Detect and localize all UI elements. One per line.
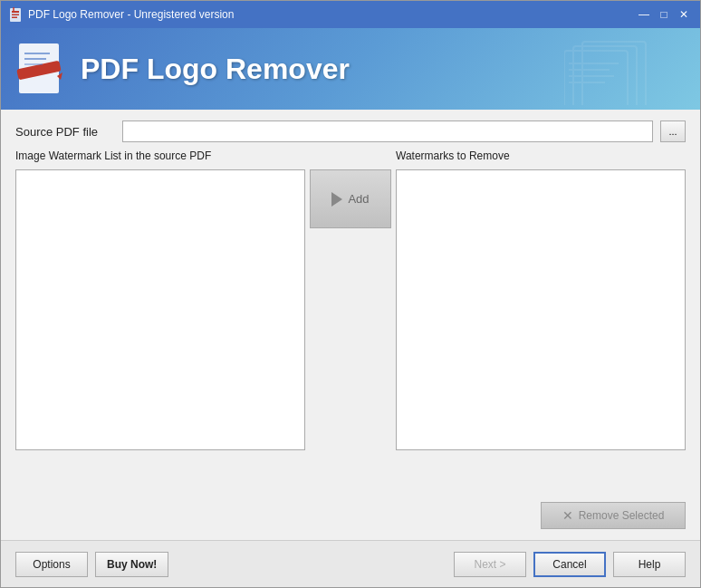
remove-selected-button[interactable]: ✕ Remove Selected [541,502,686,529]
close-button[interactable]: ✕ [675,5,693,24]
svg-rect-1 [12,11,19,13]
remove-list-box[interactable] [396,169,686,450]
remove-list-label: Watermarks to Remove [396,149,686,162]
source-file-input[interactable] [122,120,653,142]
main-window: PDF Logo Remover - Unregistered version … [0,0,701,588]
header-banner: PDF Logo Remover [1,28,700,110]
x-icon: ✕ [562,508,573,523]
footer-right-buttons: Next > Cancel Help [454,552,686,577]
footer-left-buttons: Options Buy Now! [15,552,168,577]
source-file-row: Source PDF file ... [15,120,686,142]
svg-rect-10 [24,63,43,65]
svg-rect-8 [24,53,50,54]
svg-rect-3 [12,17,17,19]
svg-rect-14 [569,63,619,64]
remove-selected-area: ✕ Remove Selected [15,502,686,529]
lists-area: Image Watermark List in the source PDF A… [15,149,686,489]
add-button-label: Add [348,192,369,206]
header-logo-area: PDF Logo Remover [15,40,350,99]
title-bar-left: PDF Logo Remover - Unregistered version [8,7,234,22]
minimize-button[interactable]: — [635,5,653,24]
watermark-list-section: Image Watermark List in the source PDF [15,149,305,450]
middle-button-area: Add [305,149,396,228]
svg-rect-9 [24,58,46,60]
watermark-list-label: Image Watermark List in the source PDF [15,149,305,162]
remove-selected-label: Remove Selected [579,509,665,522]
svg-rect-16 [569,75,614,77]
arrow-right-icon [331,192,342,207]
add-button[interactable]: Add [310,169,391,228]
source-file-label: Source PDF file [15,125,115,139]
content-area: Source PDF file ... Image Watermark List… [1,110,700,540]
buy-now-button[interactable]: Buy Now! [95,552,168,577]
footer: Options Buy Now! Next > Cancel Help [1,540,700,587]
header-title: PDF Logo Remover [81,53,350,86]
title-bar: PDF Logo Remover - Unregistered version … [1,1,700,28]
svg-rect-15 [569,69,610,71]
header-decoration [564,37,673,108]
title-bar-controls: — □ ✕ [635,5,693,24]
watermark-list-box[interactable] [15,169,305,450]
maximize-button[interactable]: □ [655,5,673,24]
title-bar-text: PDF Logo Remover - Unregistered version [28,8,234,21]
browse-button[interactable]: ... [660,120,686,142]
title-bar-icon [8,7,23,22]
app-logo-icon [15,40,70,99]
options-button[interactable]: Options [15,552,88,577]
svg-rect-2 [12,14,19,16]
next-button[interactable]: Next > [454,552,526,577]
help-button[interactable]: Help [613,552,686,577]
cancel-button[interactable]: Cancel [533,552,606,577]
remove-list-section: Watermarks to Remove [396,149,686,450]
svg-rect-17 [569,82,605,83]
